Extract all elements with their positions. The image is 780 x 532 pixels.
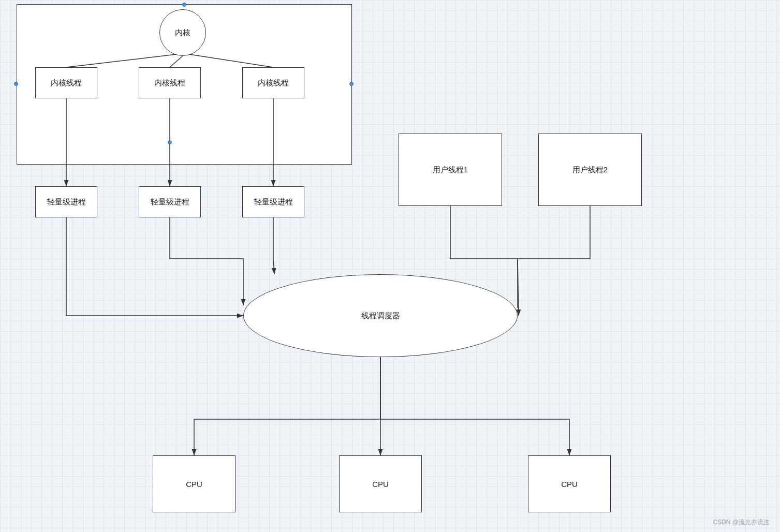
- handle-dot-left[interactable]: [14, 82, 18, 86]
- lwp-1: 轻量级进程: [35, 186, 97, 217]
- svg-line-10: [518, 259, 519, 316]
- user-thread-1: 用户线程1: [399, 134, 502, 206]
- kernel-label: 内核: [175, 28, 190, 38]
- lwp-3: 轻量级进程: [242, 186, 304, 217]
- user-thread-2: 用户线程2: [538, 134, 642, 206]
- kernel-thread-3: 内核线程: [242, 67, 304, 98]
- kernel-circle: 内核: [159, 9, 206, 56]
- scheduler-ellipse: 线程调度器: [243, 274, 518, 357]
- handle-dot-top[interactable]: [182, 3, 186, 7]
- watermark: CSDN @流光亦流连: [713, 518, 770, 527]
- handle-dot-right[interactable]: [349, 82, 354, 86]
- cpu-3: CPU: [528, 455, 611, 512]
- kernel-thread-2: 内核线程: [139, 67, 201, 98]
- cpu-1: CPU: [153, 455, 236, 512]
- kernel-thread-1: 内核线程: [35, 67, 97, 98]
- handle-dot-arrow[interactable]: [168, 140, 172, 144]
- cpu-2: CPU: [339, 455, 422, 512]
- diagram-container: 内核 内核线程 内核线程 内核线程 轻量级进程 轻量级进程 轻量级进程 用户线程…: [0, 0, 780, 532]
- lwp-2: 轻量级进程: [139, 186, 201, 217]
